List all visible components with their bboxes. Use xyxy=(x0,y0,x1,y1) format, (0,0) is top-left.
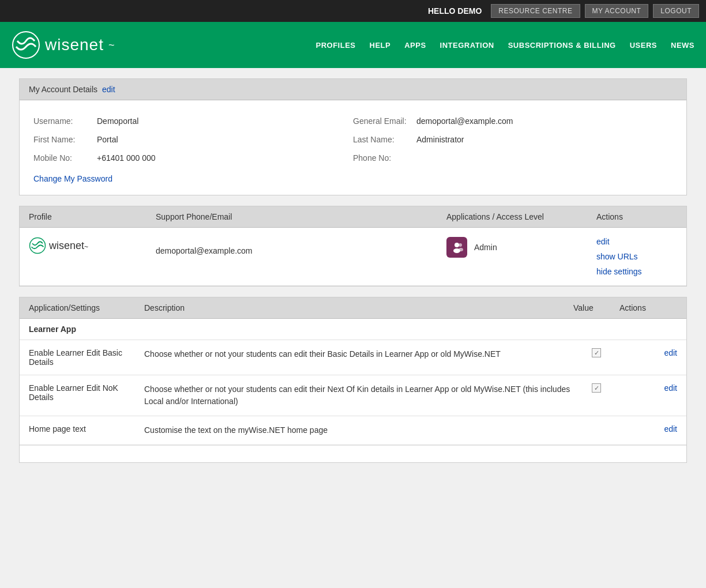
logout-button[interactable]: LOGOUT xyxy=(653,4,699,18)
last-name-label: Last Name: xyxy=(353,135,416,144)
svg-point-5 xyxy=(459,248,463,251)
settings-col-app: Application/Settings xyxy=(29,303,144,312)
nav-link-help[interactable]: HELP xyxy=(370,41,391,50)
mobile-no-value: +61401 000 000 xyxy=(97,153,156,163)
profile-table-row: wisenet~ demoportal@example.com Admin xyxy=(20,228,686,286)
settings-row-1-value: ✓ xyxy=(573,348,619,357)
settings-table-header: Application/Settings Description Value A… xyxy=(20,297,686,319)
settings-col-actions: Actions xyxy=(619,303,677,312)
checkmark-icon: ✓ xyxy=(594,349,599,357)
greeting-text: HELLO DEMO xyxy=(428,6,482,16)
profiles-col-profile: Profile xyxy=(29,212,156,221)
phone-no-row: Phone No: xyxy=(353,149,673,167)
account-details-header: My Account Details edit xyxy=(20,79,686,100)
settings-row-1-name: Enable Learner Edit Basic Details xyxy=(29,348,144,367)
nav-link-subscriptions[interactable]: SUBSCRIPTIONS & BILLING xyxy=(508,41,616,50)
settings-row-2-desc: Choose whether or not your students can … xyxy=(144,383,573,408)
profiles-card: Profile Support Phone/Email Applications… xyxy=(19,206,687,287)
account-details-title: My Account Details xyxy=(29,85,97,94)
settings-row-1-desc: Choose whether or not your students can … xyxy=(144,348,573,360)
svg-point-4 xyxy=(459,243,462,247)
settings-row-2-edit-link[interactable]: edit xyxy=(664,383,677,393)
profile-support-cell: demoportal@example.com xyxy=(156,237,446,255)
nav-link-users[interactable]: USERS xyxy=(630,41,657,50)
profiles-col-support: Support Phone/Email xyxy=(156,212,446,221)
settings-row-1-checkbox: ✓ xyxy=(592,348,601,357)
nav-logo-tilde: ~ xyxy=(108,39,115,51)
settings-row-2: Enable Learner Edit NoK Details Choose w… xyxy=(20,375,686,416)
settings-row-1-action: edit xyxy=(619,348,677,357)
nav-logo-text: wisenet xyxy=(45,36,104,54)
app-icon-display xyxy=(446,237,467,258)
top-bar: HELLO DEMO RESOURCE CENTRE MY ACCOUNT LO… xyxy=(0,0,706,22)
account-details-left: Username: Demoportal First Name: Portal … xyxy=(33,112,353,167)
settings-col-value: Value xyxy=(573,303,619,312)
profile-access-level: Admin xyxy=(474,243,497,252)
profile-logo-text: wisenet~ xyxy=(49,240,88,252)
settings-row-2-action: edit xyxy=(619,383,677,393)
settings-row-3-name: Home page text xyxy=(29,424,144,434)
account-details-edit-link[interactable]: edit xyxy=(102,85,115,94)
first-name-value: Portal xyxy=(97,135,118,144)
nav-link-apps[interactable]: APPS xyxy=(404,41,426,50)
settings-row-3: Home page text Customise the text on the… xyxy=(20,416,686,445)
checkmark-icon-2: ✓ xyxy=(594,385,599,392)
nav-logo: wisenet~ xyxy=(12,31,114,59)
username-label: Username: xyxy=(33,116,97,126)
profile-actions-cell: edit show URLs hide settings xyxy=(596,237,677,276)
nav-item-help[interactable]: HELP xyxy=(370,40,391,50)
last-name-row: Last Name: Administrator xyxy=(353,130,673,149)
settings-row-2-name: Enable Learner Edit NoK Details xyxy=(29,383,144,402)
nav-item-profiles[interactable]: PROFILES xyxy=(316,40,356,50)
profile-hide-settings-link[interactable]: hide settings xyxy=(596,267,677,276)
nav-item-subscriptions[interactable]: SUBSCRIPTIONS & BILLING xyxy=(508,40,616,50)
account-details-card: My Account Details edit Username: Demopo… xyxy=(19,78,687,195)
account-details-right: General Email: demoportal@example.com La… xyxy=(353,112,673,167)
phone-no-label: Phone No: xyxy=(353,153,416,163)
general-email-row: General Email: demoportal@example.com xyxy=(353,112,673,130)
settings-row-partial xyxy=(20,445,686,462)
profile-support-email: demoportal@example.com xyxy=(156,246,253,255)
username-row: Username: Demoportal xyxy=(33,112,353,130)
settings-col-description: Description xyxy=(144,303,573,312)
profile-logo-icon xyxy=(29,237,46,254)
first-name-row: First Name: Portal xyxy=(33,130,353,149)
my-account-button[interactable]: MY ACCOUNT xyxy=(585,4,649,18)
wisenet-logo-icon xyxy=(12,31,40,59)
profiles-col-actions: Actions xyxy=(596,212,677,221)
resource-centre-button[interactable]: RESOURCE CENTRE xyxy=(491,4,580,18)
account-details-grid: Username: Demoportal First Name: Portal … xyxy=(33,112,673,167)
general-email-label: General Email: xyxy=(353,116,416,126)
nav-link-news[interactable]: NEWS xyxy=(671,41,694,50)
settings-row-3-action: edit xyxy=(619,424,677,434)
settings-row-1: Enable Learner Edit Basic Details Choose… xyxy=(20,340,686,375)
profiles-table-header: Profile Support Phone/Email Applications… xyxy=(20,206,686,228)
username-value: Demoportal xyxy=(97,116,138,126)
nav-link-integration[interactable]: INTEGRATION xyxy=(440,41,494,50)
profile-wisenet-logo: wisenet~ xyxy=(29,237,88,254)
change-password-section: Change My Password xyxy=(33,174,673,183)
nav-item-users[interactable]: USERS xyxy=(630,40,657,50)
app-icon-svg xyxy=(450,241,463,254)
profile-edit-link[interactable]: edit xyxy=(596,237,677,246)
main-content: My Account Details edit Username: Demopo… xyxy=(10,78,696,463)
nav-item-news[interactable]: NEWS xyxy=(671,40,694,50)
settings-row-1-edit-link[interactable]: edit xyxy=(664,348,677,357)
nav-item-integration[interactable]: INTEGRATION xyxy=(440,40,494,50)
change-password-link[interactable]: Change My Password xyxy=(33,174,112,183)
settings-row-3-desc: Customise the text on the myWise.NET hom… xyxy=(144,424,573,436)
nav-links-list: PROFILES HELP APPS INTEGRATION SUBSCRIPT… xyxy=(316,40,695,50)
profile-show-urls-link[interactable]: show URLs xyxy=(596,252,677,261)
nav-item-apps[interactable]: APPS xyxy=(404,40,426,50)
profiles-col-apps: Applications / Access Level xyxy=(446,212,596,221)
profile-apps-cell: Admin xyxy=(446,237,596,258)
account-details-body: Username: Demoportal First Name: Portal … xyxy=(20,100,686,195)
settings-row-2-checkbox: ✓ xyxy=(592,383,601,393)
mobile-no-row: Mobile No: +61401 000 000 xyxy=(33,149,353,167)
settings-section-label: Learner App xyxy=(20,319,686,340)
mobile-no-label: Mobile No: xyxy=(33,153,97,163)
profile-logo-cell: wisenet~ xyxy=(29,237,156,254)
settings-card: Application/Settings Description Value A… xyxy=(19,297,687,463)
nav-link-profiles[interactable]: PROFILES xyxy=(316,41,356,50)
settings-row-3-edit-link[interactable]: edit xyxy=(664,424,677,434)
